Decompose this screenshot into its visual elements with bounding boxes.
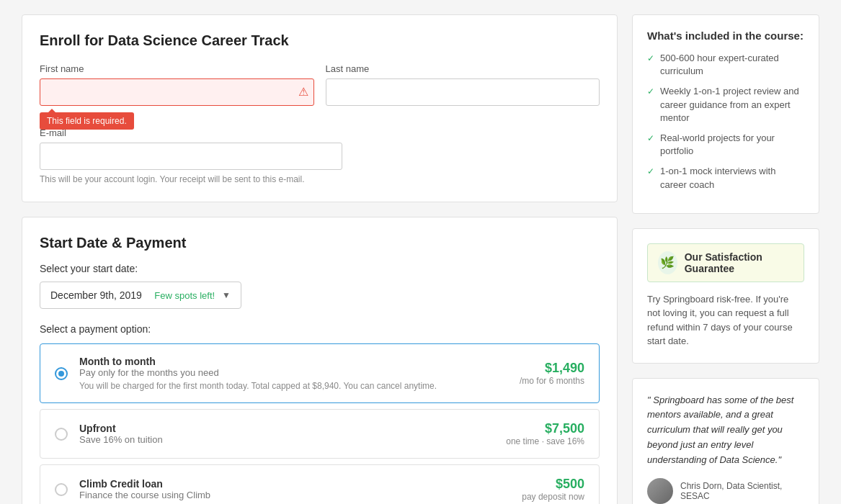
last-name-group: Last name: [326, 63, 600, 106]
name-row: First name ⚠ This field is required. Las…: [40, 63, 600, 106]
error-icon: ⚠: [298, 85, 308, 99]
first-name-label: First name: [40, 63, 314, 74]
email-group: E-mail This will be your account login. …: [40, 127, 600, 184]
monthly-info: Month to month Pay only for the months y…: [79, 356, 520, 391]
upfront-name: Upfront: [79, 423, 506, 434]
payment-option-upfront[interactable]: Upfront Save 16% on tuition $7,500 one t…: [40, 409, 600, 459]
check-icon: ✓: [647, 86, 654, 98]
testimonial-quote: " Springboard has some of the best mento…: [647, 393, 804, 468]
climb-price: $500: [522, 477, 584, 492]
date-dropdown[interactable]: December 9th, 2019 Few spots left! ▼: [40, 282, 241, 309]
avatar-image: [647, 478, 673, 504]
features-title: What's included in the course:: [647, 30, 804, 42]
date-value: December 9th, 2019: [50, 289, 154, 301]
climb-desc: Finance the course using Climb: [79, 490, 522, 500]
upfront-info: Upfront Save 16% on tuition: [79, 423, 506, 445]
email-input[interactable]: [40, 143, 342, 170]
upfront-price: $7,500: [506, 421, 584, 436]
right-column: What's included in the course: ✓ 500-600…: [632, 14, 819, 504]
features-card: What's included in the course: ✓ 500-600…: [632, 14, 819, 214]
upfront-desc: Save 16% on tuition: [79, 434, 506, 445]
climb-price-block: $500 pay deposit now: [522, 477, 584, 502]
error-tooltip: This field is required.: [40, 112, 134, 130]
author-name: Chris Dorn, Data Scientist, SESAC: [680, 481, 804, 501]
climb-name: Climb Credit loan: [79, 478, 522, 490]
last-name-label: Last name: [326, 63, 600, 74]
payment-section: Start Date & Payment Select your start d…: [22, 217, 618, 504]
guarantee-text: Try Springboard risk-free. If you're not…: [647, 292, 804, 348]
testimonial-author: Chris Dorn, Data Scientist, SESAC: [647, 478, 804, 504]
feature-text-4: 1-on-1 mock interviews with career coach: [660, 165, 804, 191]
climb-price-sub: pay deposit now: [522, 492, 584, 502]
testimonial-card: " Springboard has some of the best mento…: [632, 378, 819, 504]
monthly-name: Month to month: [79, 356, 520, 367]
avatar: [647, 478, 673, 504]
last-name-input[interactable]: [326, 78, 600, 106]
feature-item: ✓ 1-on-1 mock interviews with career coa…: [647, 165, 804, 191]
monthly-price-block: $1,490 /mo for 6 months: [520, 361, 584, 386]
payment-option-climb[interactable]: Climb Credit loan Finance the course usi…: [40, 464, 600, 504]
start-date-label: Select your start date:: [40, 263, 600, 274]
enroll-title: Enroll for Data Science Career Track: [40, 32, 600, 49]
feature-text-2: Weekly 1-on-1 project review and career …: [660, 85, 804, 125]
feature-list: ✓ 500-600 hour expert-curated curriculum…: [647, 52, 804, 192]
check-icon: ✓: [647, 166, 654, 178]
feature-item: ✓ Weekly 1-on-1 project review and caree…: [647, 85, 804, 125]
check-icon: ✓: [647, 53, 654, 65]
enroll-section: Enroll for Data Science Career Track Fir…: [22, 14, 618, 202]
first-name-group: First name ⚠ This field is required.: [40, 63, 314, 106]
feature-item: ✓ Real-world projects for your portfolio: [647, 132, 804, 158]
guarantee-title: Our Satisfaction Guarantee: [685, 251, 793, 274]
feature-text-1: 500-600 hour expert-curated curriculum: [660, 52, 804, 78]
feature-text-3: Real-world projects for your portfolio: [660, 132, 804, 158]
radio-climb[interactable]: [55, 483, 68, 496]
monthly-sub: You will be charged for the first month …: [79, 381, 520, 391]
upfront-price-sub: one time · save 16%: [506, 436, 584, 446]
guarantee-header: 🌿 Our Satisfaction Guarantee: [647, 243, 804, 282]
chevron-down-icon: ▼: [222, 290, 231, 300]
check-icon: ✓: [647, 132, 654, 145]
payment-option-label: Select a payment option:: [40, 323, 600, 335]
radio-upfront[interactable]: [55, 428, 68, 441]
monthly-price-sub: /mo for 6 months: [520, 376, 584, 386]
guarantee-card: 🌿 Our Satisfaction Guarantee Try Springb…: [632, 228, 819, 364]
climb-info: Climb Credit loan Finance the course usi…: [79, 478, 522, 500]
guarantee-icon: 🌿: [658, 251, 677, 274]
upfront-price-block: $7,500 one time · save 16%: [506, 421, 584, 446]
monthly-desc: Pay only for the months you need: [79, 367, 520, 378]
radio-monthly[interactable]: [55, 367, 68, 380]
feature-item: ✓ 500-600 hour expert-curated curriculum: [647, 52, 804, 78]
payment-option-monthly[interactable]: Month to month Pay only for the months y…: [40, 343, 600, 403]
first-name-input[interactable]: [40, 78, 314, 106]
spots-left: Few spots left!: [154, 290, 215, 301]
email-hint: This will be your account login. Your re…: [40, 174, 600, 184]
monthly-price: $1,490: [520, 361, 584, 376]
payment-title: Start Date & Payment: [40, 235, 600, 251]
